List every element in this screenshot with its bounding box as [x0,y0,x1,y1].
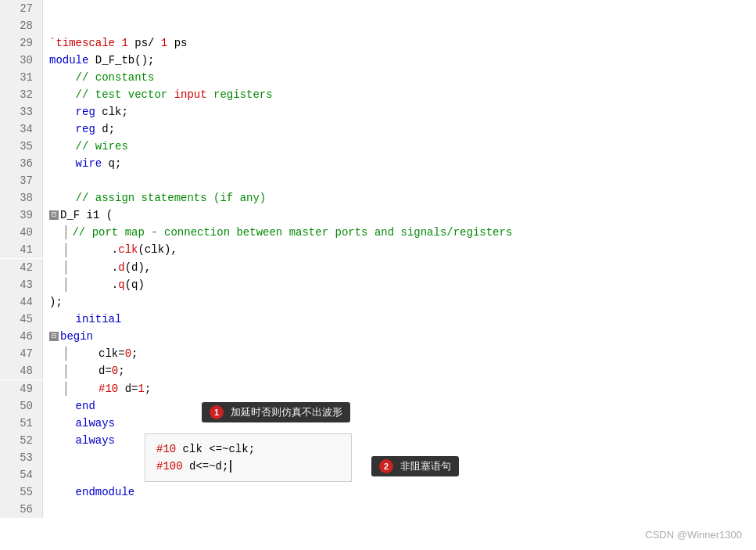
code-container: 27 28 29 `timescale 1 ps/ 1 ps 30 module… [0,0,756,550]
code-line-55: 55 endmodule [0,483,756,501]
line-num-44: 44 [0,293,43,311]
line-content-50: end [43,397,95,415]
code-line-29: 29 `timescale 1 ps/ 1 ps [0,34,756,52]
line-content-43: │ .q(q) [43,276,145,293]
code-line-33: 33 reg clk; [0,103,756,120]
line-num-48: 48 [0,362,43,379]
line-content-33: reg clk; [43,103,128,120]
code-line-35: 35 // wires [0,138,756,155]
line-content-55: endmodule [43,483,134,501]
line-num-27: 27 [0,0,43,17]
line-content-39: ⊟D_F i1 ( [43,207,113,224]
code-line-28: 28 [0,17,756,34]
line-content-49: │ #10 d=1; [43,380,151,397]
code-line-37: 37 [0,172,756,189]
code-line-41: 41 │ .clk(clk), [0,241,756,258]
tooltip-badge-2: 2 [379,459,393,473]
tooltip-1: 1 加延时否则仿真不出波形 [202,402,350,422]
line-content-48: │ d=0; [43,362,125,379]
line-num-51: 51 [0,415,43,432]
line-content-34: reg d; [43,120,115,138]
code-line-34: 34 reg d; [0,120,756,138]
line-content-47: │ clk=0; [43,345,138,362]
line-content-31: // constants [43,69,154,86]
tooltip-2: 2 非阻塞语句 [371,456,459,476]
line-content-45: initial [43,311,121,328]
line-content-40: │// port map - connection between master… [43,224,512,241]
line-content-29: `timescale 1 ps/ 1 ps [43,34,187,52]
fold-icon-39[interactable]: ⊟ [49,210,59,220]
code-line-27: 27 [0,0,756,17]
line-num-52: 52 [0,432,43,449]
code-line-40: 40 │// port map - connection between mas… [0,224,756,241]
line-num-53: 53 [0,449,43,466]
tooltip-text-2: 非阻塞语句 [400,460,451,472]
code-popup: #10 clk <=~clk; #100 d<=~d; [145,433,352,482]
line-num-41: 41 [0,241,43,258]
text-cursor [230,460,231,473]
code-line-45: 45 initial [0,311,756,328]
line-num-50: 50 [0,397,43,415]
line-content-52: always [43,432,115,449]
line-num-43: 43 [0,276,43,293]
line-num-31: 31 [0,69,43,86]
line-num-32: 32 [0,86,43,103]
line-content-32: // test vector input registers [43,86,273,103]
code-line-49: 49 │ #10 d=1; [0,380,756,397]
watermark: CSDN @Winner1300 [645,529,742,541]
code-line-56: 56 [0,501,756,518]
line-content-35: // wires [43,138,128,155]
line-num-46: 46 [0,328,43,345]
line-num-29: 29 [0,34,43,52]
line-content-51: always [43,415,115,432]
line-num-40: 40 [0,224,43,241]
code-line-42: 42 │ .d(d), [0,259,756,276]
line-num-38: 38 [0,189,43,207]
line-num-56: 56 [0,501,43,518]
line-num-45: 45 [0,311,43,328]
line-num-54: 54 [0,466,43,483]
line-num-49: 49 [0,380,43,397]
fold-icon-46[interactable]: ⊟ [49,332,59,341]
line-num-39: 39 [0,207,43,224]
code-line-31: 31 // constants [0,69,756,86]
code-line-48: 48 │ d=0; [0,362,756,379]
line-num-34: 34 [0,120,43,138]
code-line-38: 38 // assign statements (if any) [0,189,756,207]
line-num-36: 36 [0,155,43,172]
line-num-28: 28 [0,17,43,34]
code-popup-line-2: #100 d<=~d; [156,458,340,475]
line-num-33: 33 [0,103,43,120]
code-popup-line-1: #10 clk <=~clk; [156,440,340,458]
line-content-42: │ .d(d), [43,259,151,276]
code-line-39: 39 ⊟D_F i1 ( [0,207,756,224]
code-line-51: 51 always [0,415,756,432]
code-line-47: 47 │ clk=0; [0,345,756,362]
tooltip-text-1: 加延时否则仿真不出波形 [231,406,342,418]
code-line-32: 32 // test vector input registers [0,86,756,103]
line-num-35: 35 [0,138,43,155]
code-line-46: 46 ⊟begin [0,328,756,345]
code-line-52: 52 always [0,432,756,449]
tooltip-badge-1: 1 [210,405,224,419]
code-line-36: 36 wire q; [0,155,756,172]
line-content-44: ); [43,293,63,311]
line-content-30: module D_F_tb(); [43,52,154,69]
line-num-47: 47 [0,345,43,362]
line-content-36: wire q; [43,155,121,172]
line-num-30: 30 [0,52,43,69]
line-content-38: // assign statements (if any) [43,189,266,207]
line-content-46: ⊟begin [43,328,93,345]
code-line-30: 30 module D_F_tb(); [0,52,756,69]
line-num-55: 55 [0,483,43,501]
line-content-41: │ .clk(clk), [43,241,177,258]
line-num-37: 37 [0,172,43,189]
code-line-43: 43 │ .q(q) [0,276,756,293]
code-line-44: 44 ); [0,293,756,311]
code-line-50: 50 end [0,397,756,415]
line-num-42: 42 [0,259,43,276]
